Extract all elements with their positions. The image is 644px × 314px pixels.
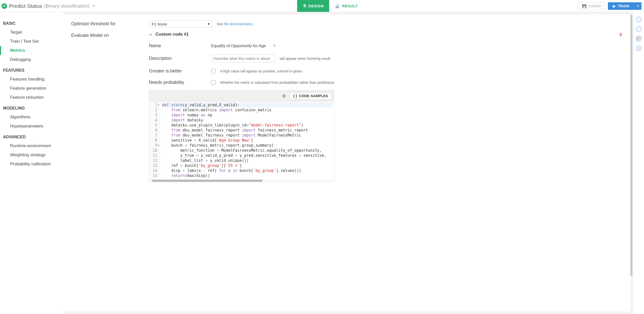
code-line[interactable]: import dataiku [162,118,332,123]
history-icon[interactable]: ◷ [636,45,641,51]
saved-indicator: 💾 SAVED [578,2,605,10]
doc-prefix: See [217,22,224,26]
code-editor: ⚙ { } CODE SAMPLES 1▼23456789▼1011121314… [149,90,334,182]
greater-is-better-checkbox[interactable] [211,69,216,73]
custom-code-collapse[interactable]: ︿ Custom code #1 [149,32,615,37]
evaluate-model-label: Evaluate Model on [71,32,149,38]
doc-text: See the documentation [217,22,253,26]
sidebar-item-debugging[interactable]: Debugging [0,55,64,64]
sidebar-item-target[interactable]: Target [0,28,64,37]
sidebar-item-algorithms[interactable]: Algorithms [0,113,64,122]
sidebar-item-runtime-environment[interactable]: Runtime environment [0,141,64,150]
sidebar-item-metrics[interactable]: Metrics [0,46,64,55]
code-samples-label: CODE SAMPLES [299,94,328,98]
scrollbar-thumb[interactable] [152,180,263,182]
add-icon[interactable]: + [636,17,641,22]
code-line[interactable]: disp = [abs(x - ref) for x in bunch['by_… [162,168,332,173]
code-line[interactable]: dataiku.use_plugin_libs(plugin_id="model… [162,123,332,128]
microscope-icon: 🔬 [335,4,340,8]
code-line[interactable]: ref = bunch['by_group']['55 +'] [162,163,332,168]
train-dropdown-button[interactable]: ▾ [634,2,641,10]
code-line[interactable]: import numpy as np [162,113,332,118]
scrollbar-thumb[interactable] [630,15,632,276]
description-hint: will appear when hovering result [280,57,330,61]
sidebar-item-feature-generation[interactable]: Feature generation [0,84,64,93]
play-icon: ▶ [613,4,616,8]
train-label: TRAIN [618,4,629,8]
sidebar-item-probability-calibration[interactable]: Probability calibration [0,160,64,169]
main-panel: Optimize threshold for F1 Score ▾ See th… [64,12,633,314]
sidebar-item-hyperparameters[interactable]: Hyperparameters [0,122,64,131]
sidebar-section-header: FEATURES [0,64,64,75]
app-header: ⟳ Predict Status (Binary classification)… [0,0,644,12]
code-line[interactable]: from dku_model_fairness_report import fa… [162,128,332,133]
right-rail: + i 💬 ◷ [633,12,644,314]
braces-icon: { } [293,94,297,98]
app-logo-icon: ⟳ [2,3,7,9]
code-line[interactable]: return(max(disp)) [162,173,332,178]
metric-name-value: Equality of Opportunity for Age [211,44,266,48]
vertical-scrollbar[interactable] [630,15,632,311]
info-icon[interactable]: i [636,26,641,32]
tab-design[interactable]: ⚗ DESIGN [297,0,329,12]
code-line[interactable]: y_true = y_valid,y_pred = y_pred,sensiti… [162,153,332,158]
sidebar-section-header: MODELING [0,102,64,113]
code-line[interactable]: sensitive = X_valid['Age Group New'] [162,138,332,143]
chevron-down-icon: ▾ [208,22,210,26]
custom-code-title: Custom code #1 [156,32,189,37]
code-area[interactable]: def score(y_valid,y_pred,X_valid): from … [160,102,334,179]
pencil-icon[interactable]: ✎ [273,44,276,48]
sidebar-section-header: BASIC [0,17,64,28]
trash-icon[interactable]: 🗑 [619,32,623,37]
documentation-link[interactable]: the documentation [224,22,253,26]
code-line[interactable]: metric_function = ModelFairnessMetric.eq… [162,148,332,153]
optimize-threshold-select[interactable]: F1 Score ▾ [149,20,213,28]
code-line[interactable]: from dku_model_fairness_report import Mo… [162,133,332,138]
code-line[interactable]: bunch = fairness_metric_report.group_sum… [162,143,332,148]
code-samples-button[interactable]: { } CODE SAMPLES [290,92,331,99]
greater-is-better-hint: A high value will appear as positive, co… [220,69,302,73]
horizontal-scrollbar[interactable] [149,179,334,182]
optimize-threshold-value: F1 Score [152,22,167,26]
chevron-down-icon: ▾ [637,4,639,8]
sidebar-item-feature-reduction[interactable]: Feature reduction [0,93,64,102]
needs-probability-label: Needs probability [149,80,211,85]
description-label: Description [149,56,211,61]
sidebar: BASICTargetTrain / Test SetMetricsDebugg… [0,12,64,314]
fold-icon[interactable]: ▼ [158,102,159,108]
needs-probability-checkbox[interactable] [211,80,216,85]
description-input[interactable] [211,55,275,62]
chat-icon[interactable]: 💬 [636,36,641,41]
sidebar-item-features-handling[interactable]: Features handling [0,75,64,84]
greater-is-better-label: Greater is better [149,68,211,74]
sidebar-section-header: ADVANCED [0,131,64,141]
train-button[interactable]: ▶ TRAIN [608,2,634,10]
tab-design-label: DESIGN [308,4,324,8]
code-line[interactable]: from sklearn.metrics import confusion_ma… [162,108,332,113]
sidebar-item-weighting-strategy[interactable]: Weighting strategy [0,150,64,160]
page-title: Predict Status [9,3,42,9]
code-gutter: 1▼23456789▼101112131415 [149,102,160,179]
optimize-threshold-label: Optimize threshold for [71,20,149,27]
code-line[interactable]: label_list = y_valid.unique()) [162,158,332,163]
chevron-up-icon: ︿ [149,32,152,37]
saved-label: SAVED [589,4,601,8]
tab-result[interactable]: 🔬 RESULT [329,0,363,12]
fold-icon[interactable]: ▼ [158,143,159,148]
save-icon: 💾 [582,4,587,8]
sidebar-item-train-test-set[interactable]: Train / Test Set [0,37,64,46]
beaker-icon: ⚗ [303,4,306,8]
needs-probability-hint: Whether the metric is calculated from pr… [220,81,334,85]
code-line[interactable]: def score(y_valid,y_pred,X_valid): [162,102,332,108]
tab-result-label: RESULT [342,4,358,8]
name-label: Name [149,43,211,48]
gear-icon[interactable]: ⚙ [282,94,286,98]
